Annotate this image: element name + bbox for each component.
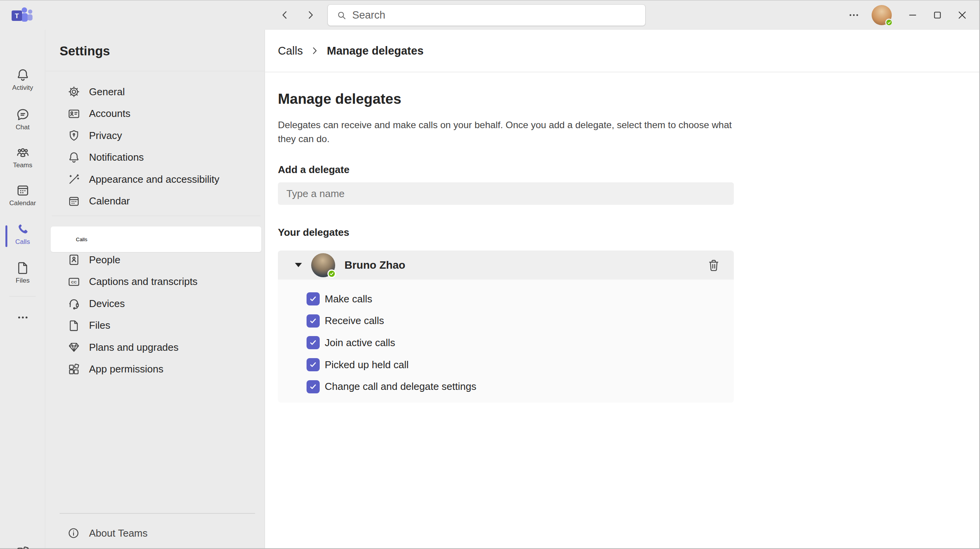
more-options-button[interactable]: [841, 0, 866, 30]
permission-checkbox[interactable]: [307, 336, 320, 349]
permission-checkbox[interactable]: [307, 380, 320, 393]
sidebar-item-devices[interactable]: Devices: [51, 293, 261, 315]
app-rail: Activity Chat Teams Calendar Calls: [0, 30, 45, 548]
rail-item-chat[interactable]: Chat: [0, 107, 45, 131]
add-delegate-label: Add a delegate: [278, 164, 350, 176]
sidebar-item-plans[interactable]: Plans and upgrades: [51, 336, 261, 359]
rail-label: Calendar: [9, 199, 36, 207]
shield-icon: [67, 129, 81, 142]
teams-logo-icon: T: [10, 7, 34, 24]
settings-sidebar: Settings General Accounts Privacy: [46, 30, 265, 548]
sidebar-item-captions[interactable]: CC Captions and transcripts: [51, 271, 261, 293]
presence-available-icon: [885, 19, 893, 26]
sidebar-item-label: People: [89, 254, 120, 266]
delegate-avatar: [311, 253, 335, 277]
rail-divider: [9, 296, 36, 297]
id-card-icon: [67, 107, 81, 120]
close-button[interactable]: [950, 0, 975, 30]
chevron-right-icon: [305, 9, 316, 21]
back-button[interactable]: [277, 7, 293, 23]
breadcrumb-calls-link[interactable]: Calls: [278, 45, 303, 57]
file-icon: [67, 319, 81, 332]
chevron-right-icon: [310, 46, 320, 56]
rail-item-files[interactable]: Files: [0, 261, 45, 285]
permission-label: Join active calls: [325, 337, 395, 349]
svg-text:CC: CC: [71, 280, 77, 284]
sidebar-item-general[interactable]: General: [51, 81, 261, 103]
permission-row: Join active calls: [307, 332, 734, 354]
teams-window: T: [0, 0, 980, 549]
rail-item-store[interactable]: Store: [0, 546, 45, 549]
permission-row: Make calls: [307, 288, 734, 310]
permission-checkbox[interactable]: [307, 292, 320, 305]
sidebar-item-label: Captions and transcripts: [89, 276, 197, 288]
rail-label: Calls: [15, 238, 30, 246]
permission-checkbox[interactable]: [307, 314, 320, 328]
sidebar-item-appearance[interactable]: Appearance and accessibility: [51, 168, 261, 190]
trash-icon: [706, 258, 721, 273]
about-teams-label: About Teams: [89, 527, 147, 539]
permission-row: Receive calls: [307, 310, 734, 332]
rail-more-apps-button[interactable]: [0, 310, 45, 325]
rail-label: Activity: [12, 84, 33, 92]
search-input[interactable]: [352, 9, 637, 21]
add-delegate-input[interactable]: [278, 182, 734, 205]
sidebar-item-accounts[interactable]: Accounts: [51, 103, 261, 125]
about-teams-button[interactable]: About Teams: [51, 522, 261, 544]
sidebar-item-notifications[interactable]: Notifications: [51, 147, 261, 169]
people-group-icon: [15, 145, 30, 160]
rail-item-teams[interactable]: Teams: [0, 145, 45, 169]
rail-item-calendar[interactable]: Calendar: [0, 183, 45, 207]
content-divider: [265, 72, 979, 72]
page-description: Delegates can receive and make calls on …: [278, 118, 735, 146]
sidebar-item-label: Devices: [89, 298, 125, 310]
people-book-icon: [67, 253, 81, 266]
breadcrumb: Calls Manage delegates: [278, 30, 423, 72]
sidebar-item-label: Appearance and accessibility: [89, 173, 219, 185]
sidebar-item-people[interactable]: People: [51, 249, 261, 271]
chat-bubble-icon: [15, 107, 30, 122]
permission-label: Picked up held call: [325, 359, 409, 371]
headset-icon: [67, 297, 81, 310]
permission-checkbox[interactable]: [307, 358, 320, 371]
permission-row: Change call and delegate settings: [307, 376, 734, 398]
search-box[interactable]: [327, 4, 646, 26]
sidebar-item-privacy[interactable]: Privacy: [51, 125, 261, 147]
sidebar-item-calendar[interactable]: Calendar: [51, 190, 261, 213]
maximize-button[interactable]: [925, 0, 950, 30]
permission-label: Receive calls: [325, 315, 384, 327]
sidebar-item-app-permissions[interactable]: App permissions: [51, 359, 261, 381]
collapse-delegate-button[interactable]: [293, 260, 303, 270]
sidebar-item-calls-selected[interactable]: Calls: [51, 226, 261, 252]
sidebar-divider: [52, 216, 260, 216]
sidebar-divider: [60, 513, 255, 514]
rail-label: Files: [16, 277, 30, 285]
breadcrumb-current: Manage delegates: [327, 45, 423, 57]
permission-row: Picked up held call: [307, 354, 734, 376]
delegate-row: Bruno Zhao: [278, 250, 734, 280]
caret-down-icon: [295, 263, 302, 267]
minimize-button[interactable]: [900, 0, 925, 30]
file-icon: [15, 261, 30, 275]
delegate-name: Bruno Zhao: [344, 259, 405, 271]
forward-button[interactable]: [303, 7, 318, 23]
profile-avatar[interactable]: [872, 5, 892, 25]
maximize-icon: [932, 10, 943, 21]
minimize-icon: [907, 10, 918, 21]
sidebar-item-label: General: [89, 86, 125, 98]
settings-content: Calls Manage delegates Manage delegates …: [265, 30, 979, 548]
rail-item-activity[interactable]: Activity: [0, 68, 45, 92]
gear-icon: [67, 85, 81, 98]
close-icon: [956, 9, 968, 21]
search-icon: [336, 10, 347, 21]
titlebar: T: [0, 0, 979, 30]
rail-item-calls[interactable]: Calls: [0, 222, 45, 246]
sidebar-item-label: App permissions: [89, 363, 163, 375]
presence-available-icon: [327, 269, 336, 278]
permission-label: Change call and delegate settings: [325, 381, 476, 393]
sidebar-item-files[interactable]: Files: [51, 315, 261, 337]
bell-icon: [67, 151, 81, 164]
rail-label: Teams: [13, 161, 32, 169]
delete-delegate-button[interactable]: [704, 256, 723, 274]
sidebar-item-label: Accounts: [89, 108, 130, 120]
